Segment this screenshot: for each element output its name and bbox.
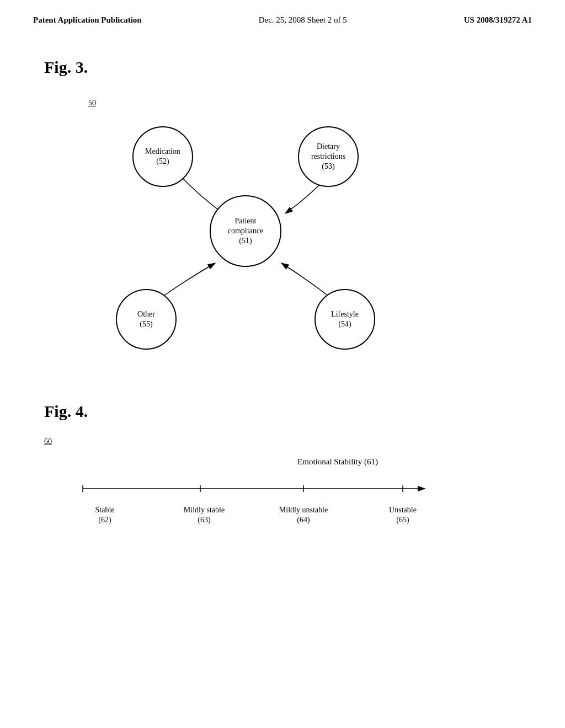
- fig4-ref: 60: [44, 437, 565, 446]
- fig4-section: Fig. 4. 60 Emotional Stability (61) Stab…: [0, 380, 565, 525]
- scale-line-svg: [61, 478, 447, 500]
- stability-title: Emotional Stability (61): [44, 457, 565, 467]
- circle-other-ref: (55): [140, 319, 152, 329]
- circle-patient-compliance-line2: compliance: [228, 226, 264, 236]
- scale-label-stable-ref: (62): [72, 515, 138, 525]
- circle-patient-compliance-ref: (51): [239, 236, 252, 246]
- scale-label-stable-text: Stable: [72, 505, 138, 515]
- circle-medication-line1: Medication: [145, 147, 180, 157]
- circle-medication-ref: (52): [156, 157, 169, 167]
- circle-patient-compliance-line1: Patient: [235, 216, 257, 226]
- scale-label-mildly-stable: Mildly stable (63): [171, 505, 237, 525]
- scale-label-mildly-stable-ref: (63): [171, 515, 237, 525]
- circle-lifestyle-ref: (54): [338, 319, 351, 329]
- circle-dietary: Dietary restrictions (53): [298, 126, 359, 187]
- circle-other: Other (55): [116, 289, 177, 350]
- circle-medication: Medication (52): [132, 126, 193, 187]
- scale-label-unstable-text: Unstable: [370, 505, 436, 515]
- circle-other-line1: Other: [137, 309, 155, 319]
- header-left: Patent Application Publication: [33, 15, 142, 25]
- fig3-ref: 50: [88, 99, 96, 108]
- circle-lifestyle-line1: Lifestyle: [331, 309, 359, 319]
- scale-label-unstable-ref: (65): [370, 515, 436, 525]
- header-right: US 2008/319272 A1: [464, 15, 532, 25]
- scale-label-unstable: Unstable (65): [370, 505, 436, 525]
- circle-dietary-line1: Dietary: [317, 142, 340, 152]
- scale-label-mildly-unstable-text: Mildly unstable: [270, 505, 337, 515]
- fig3-diagram: 50 Patient compliance (51): [61, 93, 447, 380]
- header-center: Dec. 25, 2008 Sheet 2 of 5: [259, 15, 347, 25]
- circle-dietary-line2: restrictions: [311, 152, 345, 162]
- scale-label-mildly-stable-text: Mildly stable: [171, 505, 237, 515]
- circle-dietary-ref: (53): [322, 162, 334, 172]
- circle-lifestyle: Lifestyle (54): [315, 289, 375, 350]
- fig3-section: Fig. 3. 50 Patient complianc: [0, 25, 565, 380]
- scale-labels: Stable (62) Mildly stable (63) Mildly un…: [72, 505, 436, 525]
- fig3-label: Fig. 3.: [44, 58, 565, 77]
- page-header: Patent Application Publication Dec. 25, …: [0, 0, 565, 25]
- scale-container: Stable (62) Mildly stable (63) Mildly un…: [61, 478, 447, 525]
- scale-label-stable: Stable (62): [72, 505, 138, 525]
- scale-label-mildly-unstable-ref: (64): [270, 515, 337, 525]
- fig4-label: Fig. 4.: [44, 402, 565, 421]
- circle-patient-compliance: Patient compliance (51): [210, 195, 281, 267]
- scale-label-mildly-unstable: Mildly unstable (64): [270, 505, 337, 525]
